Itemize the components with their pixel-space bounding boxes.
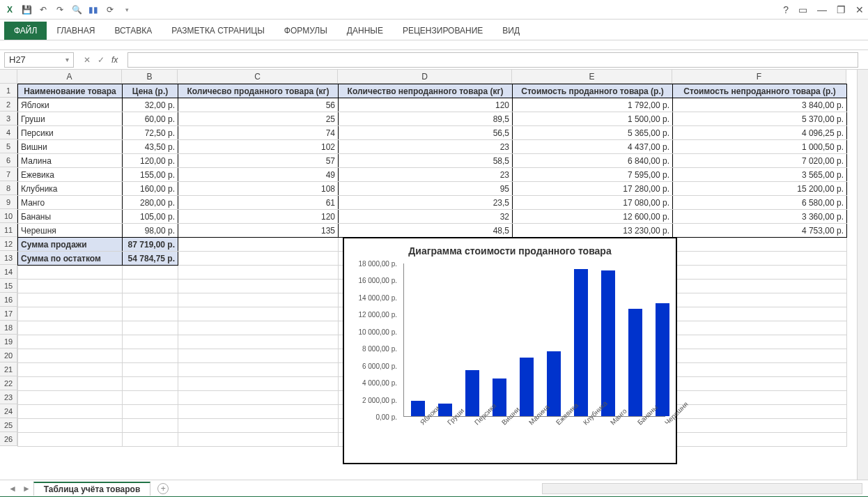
chart-bar[interactable] — [628, 309, 642, 416]
row-header-23[interactable]: 23 — [0, 390, 17, 404]
row-header-25[interactable]: 25 — [0, 418, 17, 432]
cell[interactable] — [123, 419, 178, 433]
row-header-6[interactable]: 6 — [0, 153, 17, 167]
cell[interactable]: 72,50 р. — [123, 126, 178, 140]
cell[interactable] — [178, 335, 339, 349]
cell[interactable]: 56,5 — [339, 126, 513, 140]
cell[interactable] — [178, 377, 339, 391]
row-header-12[interactable]: 12 — [0, 237, 17, 251]
cell[interactable]: 56 — [178, 98, 339, 112]
cell[interactable]: Ежевика — [18, 168, 123, 182]
cell[interactable]: 89,5 — [339, 112, 513, 126]
chart-bar[interactable] — [465, 370, 479, 416]
cell[interactable]: 48,5 — [339, 224, 513, 238]
cell[interactable] — [178, 238, 339, 252]
cell[interactable]: 60,00 р. — [123, 112, 178, 126]
cell[interactable]: 7 595,00 р. — [513, 168, 673, 182]
row-header-10[interactable]: 10 — [0, 209, 17, 223]
cell[interactable]: 105,00 р. — [123, 210, 178, 224]
cell[interactable] — [18, 307, 123, 321]
cell[interactable]: 49 — [178, 168, 339, 182]
cell[interactable]: 98,00 р. — [123, 224, 178, 238]
cell[interactable]: 32,00 р. — [123, 98, 178, 112]
tab-page-layout[interactable]: РАЗМЕТКА СТРАНИЦЫ — [162, 22, 274, 40]
cell[interactable] — [123, 363, 178, 377]
cell[interactable] — [123, 391, 178, 405]
col-header-B[interactable]: B — [122, 70, 178, 84]
cell[interactable] — [123, 266, 178, 280]
sheet-tab-active[interactable]: Таблица учёта товаров — [33, 482, 151, 496]
cell[interactable]: Бананы — [18, 210, 123, 224]
vertical-scrollbar[interactable] — [857, 70, 868, 480]
cell[interactable]: Клубника — [18, 182, 123, 196]
chart-bar[interactable] — [656, 303, 669, 416]
col-header-E[interactable]: E — [512, 70, 672, 84]
row-header-19[interactable]: 19 — [0, 335, 17, 349]
accept-formula-icon[interactable]: ✓ — [98, 55, 104, 65]
cell[interactable]: Вишни — [18, 140, 123, 154]
cell[interactable]: Груши — [18, 112, 123, 126]
row-header-20[interactable]: 20 — [0, 349, 17, 362]
row-header-24[interactable]: 24 — [0, 404, 17, 418]
cell[interactable] — [178, 252, 339, 266]
cell[interactable] — [673, 433, 847, 447]
worksheet-grid[interactable]: A B C D E F 1234567891011121314151617181… — [0, 70, 868, 480]
row-header-5[interactable]: 5 — [0, 139, 17, 153]
row-header-15[interactable]: 15 — [0, 279, 17, 293]
cell[interactable] — [673, 391, 847, 405]
cell[interactable] — [673, 363, 847, 377]
row-header-3[interactable]: 3 — [0, 112, 17, 125]
cell[interactable]: 5 370,00 р. — [673, 112, 847, 126]
cell[interactable] — [673, 321, 847, 335]
cancel-formula-icon[interactable]: ✕ — [84, 55, 91, 65]
cell[interactable]: 120 — [339, 98, 513, 112]
embedded-chart[interactable]: Диаграмма стоимости проданного товара 0,… — [343, 237, 677, 464]
cell[interactable] — [673, 349, 847, 363]
cell[interactable]: 23 — [339, 140, 513, 154]
cell[interactable]: Малина — [18, 154, 123, 168]
cell[interactable]: 3 565,00 р. — [673, 168, 847, 182]
cell[interactable]: 3 840,00 р. — [673, 98, 847, 112]
cell[interactable] — [178, 266, 339, 280]
sheet-nav-next-icon[interactable]: ► — [20, 484, 33, 494]
chart-bar[interactable] — [520, 358, 534, 416]
row-header-26[interactable]: 26 — [0, 432, 17, 446]
horizontal-scrollbar[interactable] — [542, 483, 862, 494]
cell[interactable]: Наименование товара — [18, 84, 123, 98]
tab-data[interactable]: ДАННЫЕ — [337, 22, 393, 40]
cell[interactable] — [673, 280, 847, 293]
cell[interactable] — [673, 293, 847, 307]
new-sheet-button[interactable]: + — [157, 483, 169, 494]
tab-insert[interactable]: ВСТАВКА — [104, 22, 162, 40]
row-header-17[interactable]: 17 — [0, 307, 17, 321]
tab-review[interactable]: РЕЦЕНЗИРОВАНИЕ — [393, 22, 493, 40]
save-icon[interactable]: 💾 — [21, 4, 32, 15]
row-header-7[interactable]: 7 — [0, 167, 17, 181]
cell[interactable]: 58,5 — [339, 154, 513, 168]
cell[interactable] — [673, 405, 847, 419]
cell[interactable] — [18, 321, 123, 335]
cell[interactable]: 17 280,00 р. — [513, 182, 673, 196]
cell[interactable] — [178, 307, 339, 321]
cell[interactable] — [673, 335, 847, 349]
col-header-C[interactable]: C — [178, 70, 338, 84]
row-header-21[interactable]: 21 — [0, 362, 17, 376]
help-button[interactable]: ? — [783, 4, 789, 15]
cell[interactable] — [18, 266, 123, 280]
cell[interactable]: 108 — [178, 182, 339, 196]
sheet-nav-prev-icon[interactable]: ◄ — [6, 484, 20, 494]
cell[interactable] — [123, 335, 178, 349]
chart-bar[interactable] — [574, 269, 588, 416]
name-box-dropdown-icon[interactable]: ▾ — [65, 56, 69, 63]
cell[interactable]: Манго — [18, 196, 123, 210]
cell[interactable] — [673, 238, 847, 252]
cell[interactable]: Сумма продажи — [18, 238, 123, 252]
chart-icon[interactable]: ▮▮ — [88, 4, 99, 15]
chart-bar[interactable] — [411, 401, 425, 416]
row-header-2[interactable]: 2 — [0, 98, 17, 112]
maximize-button[interactable]: ❐ — [837, 4, 846, 15]
cell[interactable]: 1 792,00 р. — [513, 98, 673, 112]
cell[interactable]: 135 — [178, 224, 339, 238]
row-header-18[interactable]: 18 — [0, 321, 17, 335]
redo-icon[interactable]: ↷ — [54, 4, 65, 15]
